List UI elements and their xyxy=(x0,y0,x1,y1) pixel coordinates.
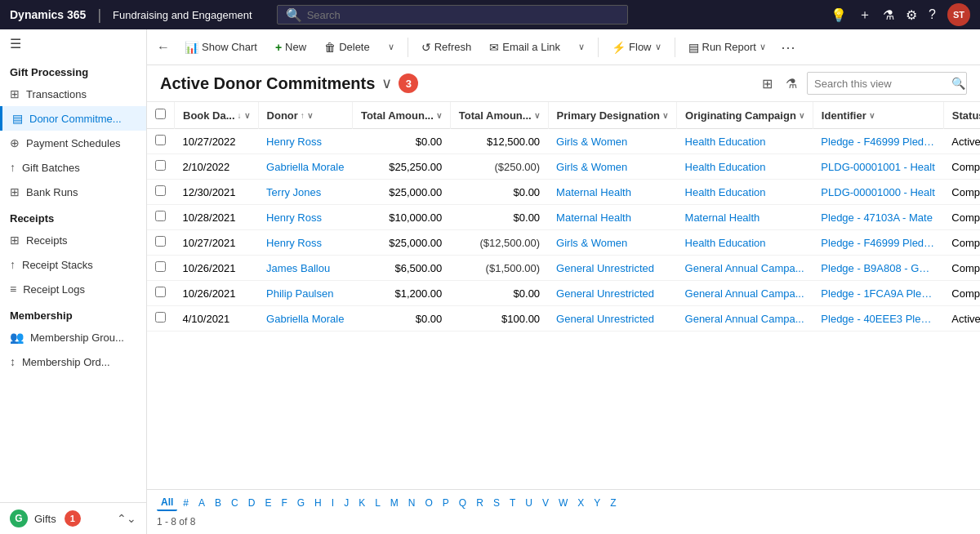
help-icon[interactable]: ? xyxy=(929,7,936,22)
col-total-amount-2[interactable]: Total Amoun... ∨ xyxy=(450,102,548,129)
alpha-btn-P[interactable]: P xyxy=(439,496,453,510)
row-checkbox-cell-2[interactable] xyxy=(147,180,175,205)
sidebar-item-gift-batches[interactable]: ↑ Gift Batches xyxy=(0,155,146,180)
sidebar-item-transactions[interactable]: ⊞ Transactions xyxy=(0,82,146,106)
cell-identifier-1[interactable]: PLDG-00001001 - Healt xyxy=(813,154,943,180)
cell-donor-4[interactable]: Henry Ross xyxy=(258,230,352,256)
new-button[interactable]: + New xyxy=(267,37,314,58)
cell-originating-campaign-3[interactable]: Maternal Health xyxy=(677,205,813,230)
run-report-button[interactable]: ▤ Run Report ∨ xyxy=(680,37,774,58)
dropdown-button-2[interactable]: ∨ xyxy=(570,38,593,56)
cell-originating-campaign-5[interactable]: General Annual Campa... xyxy=(677,256,813,281)
dropdown-button-1[interactable]: ∨ xyxy=(380,38,403,56)
sidebar-item-receipt-logs[interactable]: ≡ Receipt Logs xyxy=(0,277,146,301)
alpha-btn-C[interactable]: C xyxy=(227,496,243,510)
row-checkbox-2[interactable] xyxy=(155,185,166,196)
cell-identifier-2[interactable]: PLDG-00001000 - Healt xyxy=(813,180,943,205)
alpha-btn-#[interactable]: # xyxy=(179,496,193,510)
cell-primary-designation-1[interactable]: Girls & Women xyxy=(548,154,676,180)
alpha-btn-D[interactable]: D xyxy=(244,496,260,510)
email-link-button[interactable]: ✉ Email a Link xyxy=(481,37,568,58)
alpha-btn-O[interactable]: O xyxy=(421,496,437,510)
row-checkbox-0[interactable] xyxy=(155,135,166,145)
col-status-reason[interactable]: Status Reason ∨ xyxy=(943,102,980,129)
cell-primary-designation-3[interactable]: Maternal Health xyxy=(548,205,676,230)
row-checkbox-4[interactable] xyxy=(155,236,166,247)
col-filter-icon-0[interactable]: ∨ xyxy=(244,111,250,120)
cell-identifier-5[interactable]: Pledge - B9A808 - Gene xyxy=(813,256,943,281)
alpha-btn-Y[interactable]: Y xyxy=(590,496,604,510)
alpha-btn-N[interactable]: N xyxy=(404,496,420,510)
alpha-btn-H[interactable]: H xyxy=(310,496,326,510)
col-filter-icon-6[interactable]: ∨ xyxy=(869,111,875,120)
table-row[interactable]: 10/26/2021 James Ballou $6,500.00 ($1,50… xyxy=(147,256,980,281)
sidebar-item-bank-runs[interactable]: ⊞ Bank Runs xyxy=(0,180,146,204)
cell-primary-designation-0[interactable]: Girls & Women xyxy=(548,129,676,154)
alpha-btn-B[interactable]: B xyxy=(211,496,225,510)
avatar[interactable]: ST xyxy=(947,3,970,26)
col-book-date[interactable]: Book Da... ↓ ∨ xyxy=(175,102,259,129)
show-chart-button[interactable]: 📊 Show Chart xyxy=(176,37,265,58)
row-checkbox-3[interactable] xyxy=(155,211,166,221)
col-filter-icon-2[interactable]: ∨ xyxy=(436,111,442,120)
cell-originating-campaign-4[interactable]: Health Education xyxy=(677,230,813,256)
row-checkbox-cell-7[interactable] xyxy=(147,306,175,332)
row-checkbox-cell-0[interactable] xyxy=(147,129,175,154)
cell-primary-designation-2[interactable]: Maternal Health xyxy=(548,180,676,205)
row-checkbox-6[interactable] xyxy=(155,287,166,297)
alpha-btn-A[interactable]: A xyxy=(194,496,209,510)
col-filter-icon-3[interactable]: ∨ xyxy=(534,111,540,120)
cell-identifier-4[interactable]: Pledge - F46999 Pledge xyxy=(813,230,943,256)
sidebar-item-payment-schedules[interactable]: ⊕ Payment Schedules xyxy=(0,131,146,155)
row-checkbox-5[interactable] xyxy=(155,261,166,272)
lightbulb-icon[interactable]: 💡 xyxy=(831,7,847,23)
row-checkbox-cell-5[interactable] xyxy=(147,256,175,281)
refresh-button[interactable]: ↺ Refresh xyxy=(413,37,480,58)
alpha-btn-Z[interactable]: Z xyxy=(606,496,620,510)
table-row[interactable]: 4/10/2021 Gabriella Morale $0.00 $100.00… xyxy=(147,306,980,332)
col-total-amount-1[interactable]: Total Amoun... ∨ xyxy=(352,102,450,129)
alpha-btn-W[interactable]: W xyxy=(555,496,572,510)
table-row[interactable]: 10/27/2021 Henry Ross $25,000.00 ($12,50… xyxy=(147,230,980,256)
row-checkbox-cell-4[interactable] xyxy=(147,230,175,256)
col-primary-designation[interactable]: Primary Designation ∨ xyxy=(548,102,676,129)
cell-donor-7[interactable]: Gabriella Morale xyxy=(258,306,352,332)
alpha-btn-E[interactable]: E xyxy=(261,496,275,510)
plus-icon[interactable]: ＋ xyxy=(858,7,871,24)
cell-primary-designation-7[interactable]: General Unrestricted xyxy=(548,306,676,332)
more-button[interactable]: ⋯ xyxy=(776,38,800,56)
alpha-btn-G[interactable]: G xyxy=(293,496,309,510)
table-row[interactable]: 2/10/2022 Gabriella Morale $25,250.00 ($… xyxy=(147,154,980,180)
expand-icon[interactable]: ⌃⌄ xyxy=(117,512,136,525)
sidebar-item-donor-commitments[interactable]: ▤ Donor Commitme... xyxy=(0,106,146,131)
cell-primary-designation-6[interactable]: General Unrestricted xyxy=(548,281,676,306)
col-filter-icon-1[interactable]: ∨ xyxy=(307,111,313,120)
table-row[interactable]: 10/27/2022 Henry Ross $0.00 $12,500.00 G… xyxy=(147,129,980,154)
sidebar-item-membership-grou[interactable]: 👥 Membership Grou... xyxy=(0,325,146,349)
alpha-btn-S[interactable]: S xyxy=(489,496,504,510)
page-title-chevron-icon[interactable]: ∨ xyxy=(381,74,392,92)
filter-view-icon[interactable]: ⚗ xyxy=(782,73,800,95)
table-row[interactable]: 12/30/2021 Terry Jones $25,000.00 $0.00 … xyxy=(147,180,980,205)
table-row[interactable]: 10/26/2021 Philip Paulsen $1,200.00 $0.0… xyxy=(147,281,980,306)
alpha-btn-F[interactable]: F xyxy=(277,496,291,510)
cell-identifier-7[interactable]: Pledge - 40EEE3 Pledge xyxy=(813,306,943,332)
cell-donor-1[interactable]: Gabriella Morale xyxy=(258,154,352,180)
select-all-header[interactable] xyxy=(147,102,175,129)
delete-button[interactable]: 🗑 Delete xyxy=(316,37,378,58)
sidebar-item-membership-ord[interactable]: ↕ Membership Ord... xyxy=(0,349,146,374)
cell-donor-6[interactable]: Philip Paulsen xyxy=(258,281,352,306)
alpha-btn-M[interactable]: M xyxy=(386,496,403,510)
alpha-btn-K[interactable]: K xyxy=(354,496,369,510)
alpha-btn-U[interactable]: U xyxy=(521,496,537,510)
table-row[interactable]: 10/28/2021 Henry Ross $10,000.00 $0.00 M… xyxy=(147,205,980,230)
filter-icon[interactable]: ⚗ xyxy=(883,7,894,23)
row-checkbox-cell-6[interactable] xyxy=(147,281,175,306)
search-input[interactable] xyxy=(307,9,619,21)
cell-originating-campaign-0[interactable]: Health Education xyxy=(677,129,813,154)
cell-primary-designation-4[interactable]: Girls & Women xyxy=(548,230,676,256)
alpha-btn-I[interactable]: I xyxy=(327,496,338,510)
cell-donor-2[interactable]: Terry Jones xyxy=(258,180,352,205)
global-search[interactable]: 🔍 xyxy=(277,5,628,24)
alpha-btn-J[interactable]: J xyxy=(340,496,353,510)
